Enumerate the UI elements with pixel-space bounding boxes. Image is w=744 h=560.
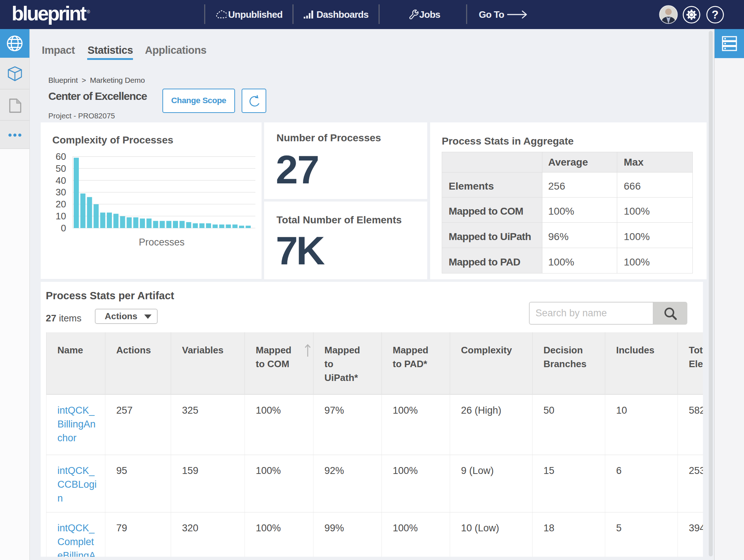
svg-text:Processes: Processes: [139, 237, 185, 248]
svg-text:0: 0: [61, 223, 66, 234]
svg-text:30: 30: [56, 187, 66, 198]
svg-text:20: 20: [56, 199, 66, 210]
svg-text:40: 40: [56, 175, 66, 186]
svg-text:?: ?: [712, 8, 719, 21]
svg-text:10: 10: [56, 211, 66, 222]
svg-text:60: 60: [56, 151, 66, 162]
svg-text:50: 50: [56, 163, 66, 174]
